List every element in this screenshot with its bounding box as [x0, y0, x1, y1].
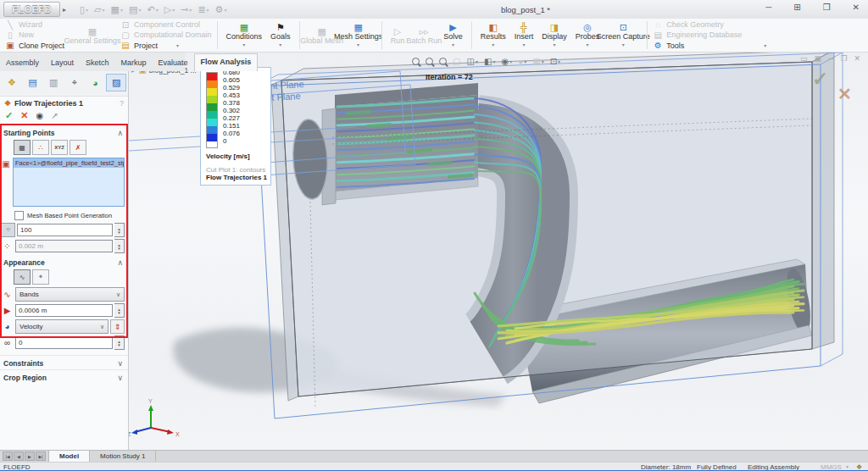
starting-points-section-header[interactable]: Starting Points ∧: [0, 125, 128, 139]
zoom-fit-icon[interactable]: [412, 58, 420, 65]
tab-property-manager[interactable]: ▤: [23, 74, 43, 91]
collapse-chevron-icon[interactable]: ∧: [117, 258, 123, 267]
expand-chevron-icon[interactable]: ∨: [117, 359, 123, 368]
legend-cut-plot-label[interactable]: Cut Plot 1: contours: [206, 166, 268, 174]
screen-capture-dropdown-icon[interactable]: ▾: [622, 42, 625, 49]
project-dropdown-icon[interactable]: ▾: [176, 42, 179, 48]
crop-region-section-header[interactable]: Crop Region ∨: [0, 369, 128, 384]
number-of-points-icon[interactable]: ⁘: [1, 223, 15, 237]
resize-icon[interactable]: ⊞: [793, 3, 800, 12]
new-document-icon[interactable]: ▯▾: [78, 4, 90, 15]
spacing-field[interactable]: 0.002 m: [15, 240, 113, 252]
conditions-dropdown-icon[interactable]: ▾: [242, 42, 245, 49]
random-points-button[interactable]: ∴: [32, 140, 49, 155]
hide-show-items-icon[interactable]: ◉▾: [501, 57, 512, 66]
general-settings-button[interactable]: ▦ General Settings: [71, 26, 114, 45]
menu-expand-icon[interactable]: ▸: [63, 6, 66, 14]
mesh-settings-dropdown-icon[interactable]: ▾: [357, 42, 359, 49]
ok-button[interactable]: ✓: [5, 110, 13, 121]
model-tab[interactable]: Model: [48, 451, 90, 462]
offset-stepper[interactable]: ▴▾: [114, 335, 125, 350]
offset-field[interactable]: 0: [15, 336, 113, 349]
doc-minimize2-icon[interactable]: ─: [828, 54, 833, 63]
number-of-points-field[interactable]: 100: [17, 224, 113, 236]
tab-display-manager[interactable]: ◕: [86, 74, 106, 91]
tab-evaluate[interactable]: Evaluate: [153, 55, 194, 71]
display-style-icon[interactable]: ◧▾: [484, 57, 495, 66]
doc-tile-icon[interactable]: ▣: [814, 54, 821, 63]
probe-style-button[interactable]: ⌖: [32, 269, 49, 285]
computational-domain-button[interactable]: ▢ Computational Domain: [120, 30, 212, 40]
number-of-points-stepper[interactable]: ▴▾: [114, 223, 125, 237]
conditions-button[interactable]: ▦ Conditions ▾: [223, 22, 266, 49]
tab-assembly[interactable]: Assembly: [0, 55, 45, 71]
new-project-button[interactable]: ▯ New: [5, 30, 64, 40]
select-icon[interactable]: ▷▾: [163, 4, 176, 15]
units-selector[interactable]: MMGS: [821, 463, 842, 471]
tab-scroll-next-icon[interactable]: ▶: [25, 452, 35, 461]
tab-scroll-prev-icon[interactable]: ◀: [14, 452, 24, 461]
display-button[interactable]: ◨ Display ▾: [538, 22, 570, 49]
clone-project-button[interactable]: ▣ Clone Project: [5, 41, 64, 51]
component-control-button[interactable]: ⊡ Component Control: [120, 19, 212, 30]
insert-button[interactable]: ╬ Insert ▾: [511, 22, 537, 49]
display-dropdown-icon[interactable]: ▾: [553, 42, 555, 49]
print-icon[interactable]: ▤▾: [127, 4, 142, 15]
tab-configuration-manager[interactable]: ▥: [43, 74, 64, 91]
project-button[interactable]: ▤ Project ▾: [120, 41, 212, 51]
tools-button[interactable]: ⚙ Tools ▾: [653, 41, 766, 51]
tab-scroll-first-icon[interactable]: |◀: [3, 452, 13, 461]
pin-icon[interactable]: ⊸: [49, 110, 61, 122]
units-dropdown-icon[interactable]: ▾: [846, 463, 849, 469]
mesh-point-checkbox[interactable]: [14, 211, 24, 220]
insert-dropdown-icon[interactable]: ▾: [522, 42, 525, 49]
spacing-stepper[interactable]: ▴▾: [114, 239, 125, 253]
doc-restore-icon[interactable]: ❐: [840, 54, 847, 63]
file-properties-icon[interactable]: ≣▾: [196, 4, 210, 15]
edit-appearance-icon[interactable]: ●▾: [518, 57, 526, 66]
options-gear-icon[interactable]: ⚙▾: [214, 4, 229, 15]
legend-flow-trajectories-label[interactable]: Flow Trajectories 1: [206, 174, 268, 181]
tab-feature-manager[interactable]: ❖: [2, 74, 22, 91]
color-by-dropdown[interactable]: Velocity∨: [15, 319, 108, 334]
doc-close-icon[interactable]: ✕: [854, 54, 860, 63]
wizard-button[interactable]: ╲ Wizard: [5, 19, 64, 30]
tag-icon[interactable]: ❖: [856, 463, 862, 471]
appearance-section-header[interactable]: Appearance ∧: [0, 255, 128, 269]
floefd-logo[interactable]: FLOEFD: [3, 2, 60, 17]
batch-run-button[interactable]: ▹▹ Batch Run: [409, 26, 438, 45]
draw-style-dropdown[interactable]: Bands∨: [15, 287, 125, 302]
screen-capture-button[interactable]: ⊡ Screen Capture ▾: [604, 22, 642, 49]
expand-chevron-icon[interactable]: ∨: [117, 374, 123, 382]
goals-button[interactable]: ⚑ Goals ▾: [267, 22, 294, 49]
pattern-points-button[interactable]: ▦: [14, 140, 31, 155]
confirmation-corner-ok-icon[interactable]: ✓: [812, 68, 828, 91]
zoom-area-icon[interactable]: [426, 58, 433, 65]
run-button[interactable]: ▷ Run: [387, 26, 409, 45]
solve-dropdown-icon[interactable]: ▾: [452, 42, 454, 49]
engineering-database-button[interactable]: ▤ Engineering Database: [653, 30, 766, 40]
zoom-selection-icon[interactable]: [439, 58, 447, 65]
magnet-icon[interactable]: ⊸▾: [179, 4, 193, 15]
selected-face-item[interactable]: Face<1>@floefd_pipe_floefd_test2_stp-1: [14, 158, 124, 168]
tab-flow-analysis[interactable]: Flow Analysis: [194, 53, 259, 71]
tools-dropdown-icon[interactable]: ▾: [764, 42, 766, 48]
coordinate-points-button[interactable]: XYZ: [51, 140, 68, 155]
minimize-icon[interactable]: ─: [765, 3, 771, 12]
preview-eye-icon[interactable]: ◉: [36, 111, 43, 120]
view-settings-icon[interactable]: ⊡▾: [550, 57, 560, 66]
constraints-section-header[interactable]: Constraints ∨: [0, 355, 128, 369]
probes-dropdown-icon[interactable]: ▾: [586, 42, 588, 49]
goals-dropdown-icon[interactable]: ▾: [279, 42, 281, 49]
apply-scene-icon[interactable]: ▦▾: [532, 57, 543, 66]
doc-minimize-icon[interactable]: ▭: [800, 54, 808, 63]
tab-sketch[interactable]: Sketch: [80, 55, 115, 71]
delete-points-button[interactable]: ✗: [70, 140, 86, 155]
tab-scroll-last-icon[interactable]: ▶|: [36, 452, 46, 461]
restore-icon[interactable]: ❐: [823, 3, 831, 12]
selection-listbox[interactable]: Face<1>@floefd_pipe_floefd_test2_stp-1: [13, 158, 125, 207]
trajectory-style-button[interactable]: ∿: [14, 269, 31, 285]
collapse-chevron-icon[interactable]: ∧: [117, 129, 123, 137]
width-stepper[interactable]: ▴▾: [114, 303, 125, 318]
results-button[interactable]: ◧ Results ▾: [477, 22, 509, 49]
